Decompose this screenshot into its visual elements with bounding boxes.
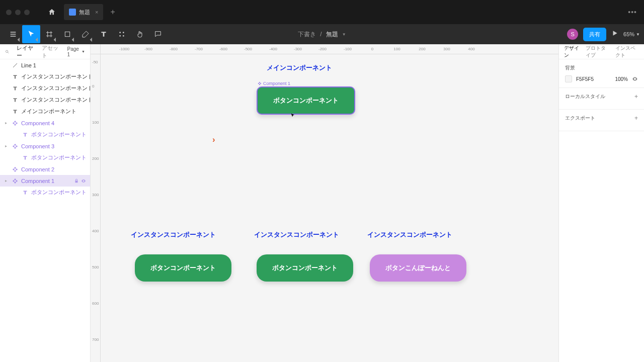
shape-tool[interactable] [58,25,76,43]
layer-c1t[interactable]: ボタンコンポーネント [0,187,90,198]
canvas-area[interactable]: -1000-900-800-700-600-500-400-300-200-10… [91,44,558,362]
layer-c3[interactable]: ▸Component 3 [0,140,90,152]
layer-c4[interactable]: ▸Component 4 [0,117,90,129]
component-tag[interactable]: Component 1 [258,81,290,86]
layer-t3[interactable]: インスタンスコンポーネント [0,94,90,106]
layer-c4t[interactable]: ボタンコンポーネント [0,129,90,140]
search-icon[interactable] [5,49,10,54]
frame-tool[interactable] [40,25,58,43]
add-export-button[interactable]: + [634,115,638,122]
red-chevron-marker: › [212,135,215,145]
layer-t2[interactable]: インスタンスコンポーネント [0,82,90,94]
page-selector[interactable]: Page 1 ▼ [67,46,85,57]
svg-point-5 [6,50,8,52]
layer-c1[interactable]: ▸Component 1 [0,175,90,187]
toolbar: 下書き / 無題 ▼ S 共有 65% ▼ [0,24,644,44]
svg-point-1 [119,32,121,33]
present-button[interactable] [611,30,618,39]
chevron-down-icon: ▼ [636,32,640,37]
document-title[interactable]: 下書き / 無題 ▼ [298,30,346,39]
window-controls [6,10,30,15]
document-tab[interactable]: 無題 × [64,4,103,20]
tab-prototype[interactable]: プロトタイプ [586,45,609,59]
main-menu-button[interactable] [4,25,22,43]
chevron-down-icon: ▼ [342,32,346,37]
zoom-value: 65% [623,31,634,37]
maximize-window[interactable] [24,10,30,15]
tab-title: 無題 [79,9,90,16]
layer-t1[interactable]: インスタンスコンポーネント [0,71,90,82]
canvas-label-main[interactable]: メインコンポーネント [267,63,332,72]
export-heading: エクスポート [565,115,595,122]
user-avatar[interactable]: S [567,29,578,40]
local-styles-heading: ローカルスタイル [565,93,605,100]
layer-t4[interactable]: メインコンポーネント [0,106,90,117]
canvas[interactable]: メインコンポーネント Component 1 ボタンコンポーネント › インスタ… [91,44,558,362]
file-icon [69,9,76,16]
titlebar: 無題 × + ••• [0,0,644,24]
comment-tool[interactable] [149,25,167,43]
tab-inspect[interactable]: インスペクト [615,45,639,59]
layer-line1[interactable]: Line 1 [0,59,90,71]
home-icon[interactable] [48,8,56,16]
canvas-label-instance-2[interactable]: インスタンスコンポーネント [254,230,339,239]
visibility-toggle-icon[interactable] [632,76,638,82]
instance-button-1[interactable]: ボタンコンポーネント [135,254,231,282]
svg-point-4 [123,35,124,37]
main-component-button[interactable]: ボタンコンポーネント [257,86,355,115]
tab-design[interactable]: デザイン [564,45,580,59]
layer-list: Line 1インスタンスコンポーネントインスタンスコンポーネントインスタンスコン… [0,59,90,362]
background-opacity[interactable]: 100% [613,76,628,82]
zoom-control[interactable]: 65% ▼ [623,31,640,37]
canvas-label-instance-1[interactable]: インスタンスコンポーネント [131,230,216,239]
close-tab-icon[interactable]: × [95,9,98,15]
close-window[interactable] [6,10,12,15]
add-style-button[interactable]: + [634,93,638,100]
resources-tool[interactable] [113,25,131,43]
svg-point-3 [119,35,121,37]
move-tool[interactable] [22,25,40,43]
separator: / [320,31,321,38]
minimize-window[interactable] [15,10,21,15]
layer-c2[interactable]: Component 2 [0,163,90,175]
tab-assets[interactable]: アセット [42,44,61,59]
layer-c3t[interactable]: ボタンコンポーネント [0,152,90,163]
svg-rect-0 [65,32,69,36]
share-button[interactable]: 共有 [583,28,606,41]
canvas-label-instance-3[interactable]: インスタンスコンポーネント [367,230,452,239]
doc-name: 無題 [326,30,338,39]
svg-point-2 [123,32,124,33]
hand-tool[interactable] [131,25,149,43]
more-menu-icon[interactable]: ••• [628,8,637,16]
properties-panel: デザイン プロトタイプ インスペクト 背景 F5F5F5 100% ローカルスタ… [558,44,644,362]
pen-tool[interactable] [76,25,95,43]
instance-button-2[interactable]: ボタンコンポーネント [257,254,353,282]
add-tab-button[interactable]: + [110,8,115,17]
tab-layers[interactable]: レイヤー [17,44,36,59]
doc-status: 下書き [298,30,316,39]
background-hex[interactable]: F5F5F5 [576,76,609,82]
layers-panel: レイヤー アセット Page 1 ▼ Line 1インスタンスコンポーネントイン… [0,44,91,362]
text-tool[interactable] [95,25,113,43]
instance-button-3[interactable]: ボタンこんぽーねんと [370,254,466,282]
background-heading: 背景 [565,64,575,71]
background-swatch[interactable] [565,75,572,82]
chevron-down-icon: ▼ [82,50,85,53]
